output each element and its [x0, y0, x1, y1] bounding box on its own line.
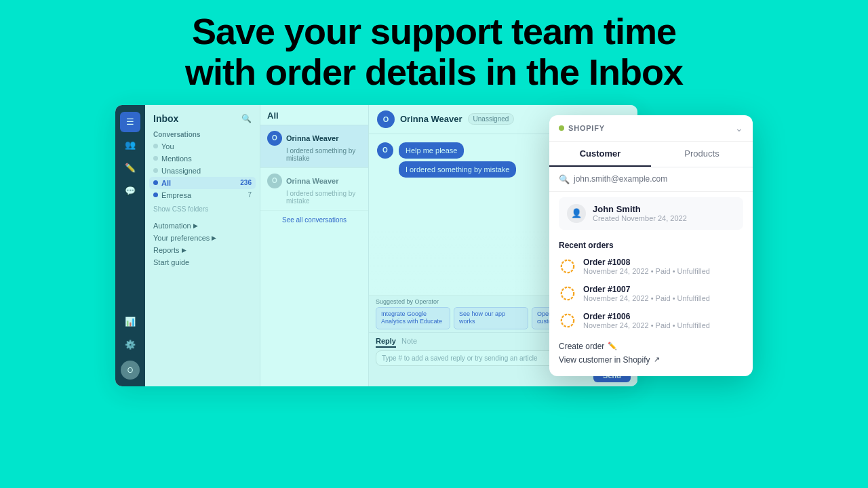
customer-avatar: 👤 — [567, 204, 586, 223]
svg-point-2 — [561, 314, 574, 327]
svg-point-1 — [561, 287, 574, 300]
customer-search-bar[interactable]: 🔍 john.smith@example.com — [549, 167, 753, 192]
show-css-folders[interactable]: Show CSS folders — [149, 201, 256, 214]
search-icon: 🔍 — [559, 174, 570, 184]
see-all-conversations[interactable]: See all conversations — [260, 211, 368, 229]
svg-point-0 — [561, 260, 574, 272]
headline-line1: Save your support team time — [192, 11, 676, 52]
sidebar-automation[interactable]: Automation ▶ — [149, 220, 256, 232]
view-customer-label: View customer in Shopify — [559, 355, 650, 365]
nav-icon-inbox[interactable]: ☰ — [120, 112, 140, 132]
order-icon-2 — [559, 285, 576, 302]
tab-bar: Customer Products — [549, 142, 753, 167]
conversations-section-label: Conversations — [149, 129, 256, 140]
chat-user-name: Orinna Weaver — [400, 114, 462, 124]
order-icon-1 — [559, 258, 576, 275]
nav-avatar[interactable]: O — [121, 361, 140, 380]
shopify-dot-icon — [559, 125, 564, 131]
panel-footer: Create order ✏️ View customer in Shopify… — [549, 334, 753, 376]
nav-icon-chat[interactable]: 💬 — [120, 181, 140, 201]
shopify-label: SHOPIFY — [559, 124, 605, 132]
msg-bubble-2: I ordered something by mistake — [399, 161, 516, 178]
shopify-panel-header: SHOPIFY ⌄ — [549, 115, 753, 142]
nav-icon-settings[interactable]: ⚙️ — [120, 335, 140, 355]
sidebar-item-mentions[interactable]: Mentions — [149, 152, 256, 165]
external-link-icon: ✏️ — [608, 342, 617, 350]
order-item-3[interactable]: Order #1006 November 24, 2022 • Paid • U… — [549, 307, 753, 334]
order-number-3: Order #1006 — [583, 312, 710, 321]
arrow-external-icon: ↗ — [654, 355, 660, 364]
sidebar-item-empresa[interactable]: Empresa 7 — [149, 189, 256, 201]
screenshot-container: ☰ 👥 ✏️ 💬 📊 ⚙️ O Inbox 🔍 Conversations Yo… — [115, 105, 753, 396]
nav-icon-compose[interactable]: ✏️ — [120, 158, 140, 178]
inbox-title: Inbox — [153, 113, 178, 124]
order-number-2: Order #1007 — [583, 285, 710, 294]
search-icon[interactable]: 🔍 — [241, 114, 252, 123]
sidebar-preferences[interactable]: Your preferences ▶ — [149, 232, 256, 244]
order-number-1: Order #1008 — [583, 258, 710, 267]
tab-products[interactable]: Products — [651, 142, 753, 167]
suggestion-2[interactable]: See how our app works — [454, 307, 528, 329]
msg-bubble-1: Help me please — [399, 142, 464, 159]
conv-name-2: Orinna Weaver — [286, 177, 338, 185]
nav-icon-team[interactable]: 👥 — [120, 135, 140, 155]
order-icon-3 — [559, 312, 576, 329]
shopify-panel: SHOPIFY ⌄ Customer Products 🔍 john.smith… — [549, 115, 753, 376]
sidebar-item-unassigned[interactable]: Unassigned — [149, 165, 256, 177]
chevron-down-icon[interactable]: ⌄ — [735, 123, 743, 134]
nav-icons-bar: ☰ 👥 ✏️ 💬 📊 ⚙️ O — [115, 105, 145, 386]
nav-icon-reports[interactable]: 📊 — [120, 312, 140, 332]
create-order-label: Create order — [559, 342, 604, 351]
sidebar-item-you[interactable]: You — [149, 140, 256, 152]
conversation-list: All O Orinna Weaver I ordered something … — [260, 105, 369, 386]
note-tab[interactable]: Note — [401, 337, 417, 348]
conv-name-1: Orinna Weaver — [286, 134, 338, 142]
sidebar: Inbox 🔍 Conversations You Mentions Unass… — [145, 105, 260, 386]
order-item-1[interactable]: Order #1008 November 24, 2022 • Paid • U… — [549, 253, 753, 280]
conv-list-header: All — [260, 105, 368, 125]
conv-item-1[interactable]: O Orinna Weaver I ordered something by m… — [260, 125, 368, 168]
sidebar-item-all[interactable]: All 236 — [149, 177, 256, 189]
order-meta-2: November 24, 2022 • Paid • Unfulfilled — [583, 294, 710, 302]
search-text: john.smith@example.com — [574, 174, 667, 184]
view-customer-link[interactable]: View customer in Shopify ↗ — [559, 353, 743, 367]
headline-line2: with order details in the Inbox — [185, 52, 683, 92]
conv-preview-1: I ordered something by mistake — [267, 147, 361, 162]
customer-created: Created November 24, 2022 — [593, 214, 687, 222]
sidebar-start-guide[interactable]: Start guide — [149, 256, 256, 268]
customer-name: John Smith — [593, 204, 687, 214]
order-item-2[interactable]: Order #1007 November 24, 2022 • Paid • U… — [549, 280, 753, 307]
conv-preview-2: I ordered something by mistake — [267, 190, 361, 205]
chat-unassigned-badge: Unassigned — [468, 113, 515, 125]
conv-item-2[interactable]: O Orinna Weaver I ordered something by m… — [260, 168, 368, 211]
chat-user-avatar: O — [377, 110, 395, 128]
customer-card: 👤 John Smith Created November 24, 2022 — [559, 197, 743, 230]
order-meta-3: November 24, 2022 • Paid • Unfulfilled — [583, 321, 710, 329]
order-meta-1: November 24, 2022 • Paid • Unfulfilled — [583, 267, 710, 275]
headline: Save your support team time with order d… — [0, 0, 868, 105]
tab-customer[interactable]: Customer — [549, 142, 651, 167]
reply-tab[interactable]: Reply — [376, 337, 396, 348]
recent-orders-label: Recent orders — [549, 235, 753, 253]
sidebar-reports[interactable]: Reports ▶ — [149, 244, 256, 256]
suggestion-1[interactable]: Integrate Google Analytics with Educate — [376, 307, 450, 329]
create-order-link[interactable]: Create order ✏️ — [559, 340, 743, 353]
